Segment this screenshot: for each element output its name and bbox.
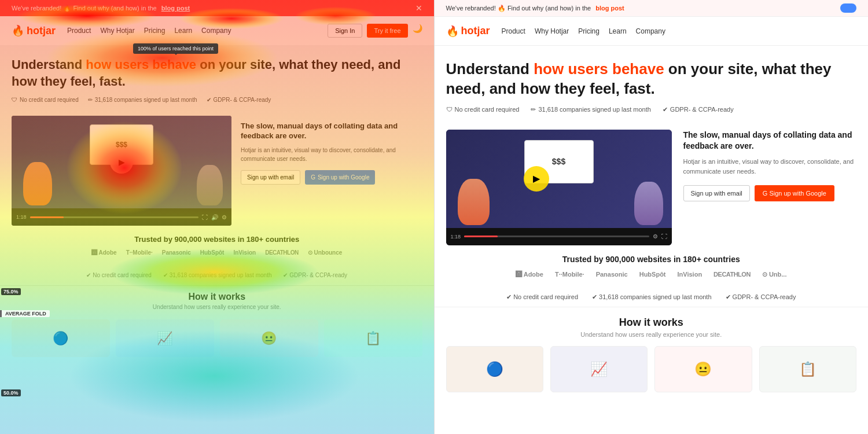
right-announcement-link[interactable]: blog post [595,5,624,12]
right-badge-gdpr: ✔GDPR- & CCPA-ready [663,106,734,113]
signup-google-button[interactable]: G Sign up with Google [305,170,375,185]
check-icon: ✔ [207,97,211,103]
right-hiw-card-1: 🔵 [446,346,543,392]
right-side-copy: The slow, manual days of collating data … [683,130,857,245]
right-nav-pricing[interactable]: Pricing [578,27,599,35]
close-announcement-button[interactable]: ✕ [415,3,422,13]
trusted-title: Trusted by 900,000 websites in 180+ coun… [12,235,422,244]
right-nav-why-hotjar[interactable]: Why Hotjar [535,27,569,35]
logo-invision: InVision [233,249,256,256]
main-content-area: $$$ ▶ 1:18 ⛶ 🔊 ⚙ The slow, manual days o… [0,116,434,226]
announcement-link[interactable]: blog post [161,5,190,12]
right-progress-fill [464,236,498,237]
right-hotjar-logo[interactable]: 🔥 hotjar [446,25,490,38]
right-pencil-icon: ✏ [531,106,536,113]
below-fold-area: ✔ No credit card required ✔ 31,618 compa… [0,265,434,285]
video-progress-bar[interactable] [30,216,198,218]
right-nav-company[interactable]: Company [636,27,665,35]
try-free-button[interactable]: Try it free [367,24,407,38]
signup-email-button[interactable]: Sign up with email [241,170,300,185]
side-copy-body: Hotjar is an intuitive, visual way to di… [241,146,422,163]
right-google-icon: G [763,190,770,197]
right-progress-bar[interactable] [464,236,649,237]
right-hiw-cards: 🔵 📈 😐 📋 [446,346,857,392]
right-title-highlight: how users behave [534,60,664,78]
right-how-it-works: How it works Understand how users really… [435,307,869,397]
right-logo-tmobile: T··Mobile· [555,271,584,278]
right-trust-badges: 🛡No credit card required ✏31,618 compani… [446,106,857,113]
right-hiw-card-2: 📈 [550,346,648,392]
right-copy-heading: The slow, manual days of collating data … [683,130,857,152]
nav-pricing[interactable]: Pricing [144,27,165,35]
sec-badge3: ✔ GDPR- & CCPA-ready [283,272,347,278]
nav-product[interactable]: Product [67,27,91,35]
logo-hubspot: HubSpôt [200,249,225,256]
right-play-button[interactable]: ▶ [524,166,549,192]
right-nav-items: Product Why Hotjar Pricing Learn Company [502,27,665,35]
nav-why-hotjar[interactable]: Why Hotjar [100,27,134,35]
sec-badge2: ✔ 31,618 companies signed up last month [163,272,272,278]
hiw-title-left: How it works [12,292,422,302]
nav-items: Product Why Hotjar Pricing Learn Company [67,27,231,35]
illus-figure-right [197,165,223,205]
hiw-card-icon-2: 📈 [590,361,608,377]
right-flame-icon: 🔥 [446,25,459,38]
right-sec-badge3: ✔ GDPR- & CCPA-ready [726,293,796,301]
right-normal-panel: We've rebranded! 🔥 Find out why (and how… [435,0,869,434]
logo-text: hotjar [27,25,56,37]
right-signup-email-button[interactable]: Sign up with email [683,185,750,201]
badge-gdpr: ✔GDPR- & CCPA-ready [207,97,271,103]
nav-company[interactable]: Company [201,27,231,35]
hiw-card-2: 📈 [116,319,214,357]
cta-buttons: Sign up with email G Sign up with Google [241,170,422,185]
right-sec-badge2: ✔ 31,618 companies signed up last month [592,293,712,301]
right-logo-invision: InVision [678,271,703,278]
right-nav-product[interactable]: Product [502,27,525,35]
logos-row: 🅰 Adobe T··Mobile· Panasonic HubSpôt InV… [12,249,422,256]
video-controls: 1:18 ⛶ 🔊 ⚙ [12,208,231,226]
right-trusted-section: Trusted by 900,000 websites in 180+ coun… [435,245,869,288]
heatmap-tooltip: 100% of users reached this point [133,43,218,54]
right-fullscreen-icon[interactable]: ⛶ [661,233,667,240]
hiw-card-icon-1: 🔵 [486,361,503,377]
right-shield-icon: 🛡 [446,106,453,113]
right-logo-text: hotjar [461,25,490,37]
right-nav-learn[interactable]: Learn [609,27,627,35]
hiw-card-1: 🔵 [12,319,110,357]
hotjar-logo[interactable]: 🔥 hotjar [12,24,56,37]
right-announcement-bar: We've rebranded! 🔥 Find out why (and how… [435,0,869,17]
settings-icon[interactable]: ⚙ [222,214,227,220]
right-video-thumbnail[interactable]: $$$ ▶ 1:18 ⚙ ⛶ [446,130,672,245]
hiw-card-icon-3: 😐 [694,361,712,377]
right-settings-icon[interactable]: ⚙ [653,233,658,240]
right-badge-companies: ✏31,618 companies signed up last month [531,106,650,113]
flame-icon: 🔥 [12,24,24,37]
theme-toggle[interactable]: 🌙 [413,24,422,38]
right-secondary-trust: ✔ No credit card required ✔ 31,618 compa… [435,288,869,307]
right-logo-unbounce: ⊙ Unb... [762,271,787,278]
percent-50-label: 50.0% [1,389,21,396]
average-fold-label: AVERAGE FOLD [0,310,50,317]
right-signup-google-button[interactable]: G Sign up with Google [755,185,834,201]
trusted-section: Trusted by 900,000 websites in 180+ coun… [0,226,434,265]
logo-panasonic: Panasonic [162,249,191,256]
right-hero-section: Understand how users behave on your site… [435,46,869,130]
right-badge-nocc: 🛡No credit card required [446,106,520,113]
volume-icon[interactable]: 🔊 [211,214,218,220]
video-progress-fill [30,216,64,218]
right-main-content: $$$ ▶ 1:18 ⚙ ⛶ The slow, manual days of … [435,130,869,245]
right-video-controls: 1:18 ⚙ ⛶ [446,228,672,245]
dark-mode-toggle[interactable] [840,3,856,13]
play-button[interactable]: ▶ [110,150,133,174]
fullscreen-icon[interactable]: ⛶ [202,214,208,220]
nav-learn[interactable]: Learn [174,27,192,35]
trust-badges: 🛡No credit card required ✏31,618 compani… [12,97,422,103]
signin-button[interactable]: Sign In [328,24,362,38]
hiw-cards-left: 🔵 📈 😐 📋 [0,316,434,361]
side-copy: The slow, manual days of collating data … [241,116,422,226]
right-cta-buttons: Sign up with email G Sign up with Google [683,185,857,201]
shield-icon: 🛡 [12,97,17,103]
nav-buttons: Sign In Try it free 🌙 [328,24,422,38]
video-thumbnail[interactable]: $$$ ▶ 1:18 ⛶ 🔊 ⚙ [12,116,231,226]
logo-decathlon: DECATHLON [265,249,299,256]
